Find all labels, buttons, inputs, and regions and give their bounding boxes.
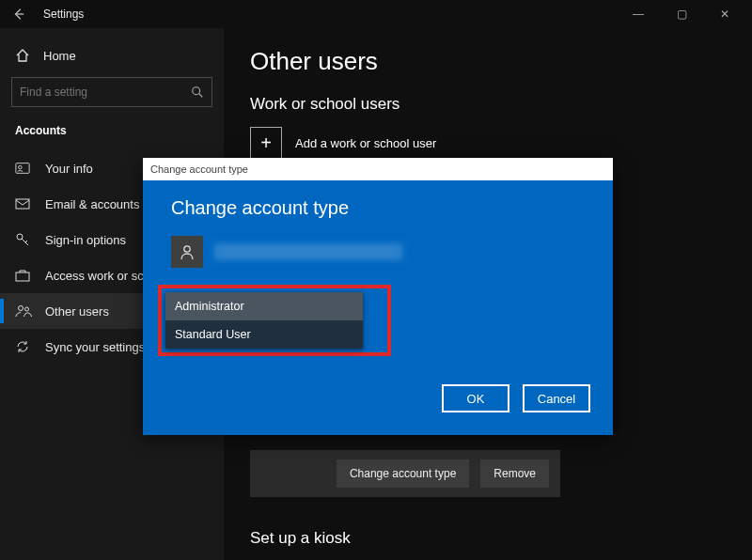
svg-rect-3 — [16, 199, 29, 209]
search-icon — [191, 86, 204, 99]
add-work-school-user[interactable]: + Add a work or school user — [250, 127, 726, 159]
search-input[interactable] — [20, 86, 191, 99]
sync-icon — [15, 339, 32, 354]
dialog-user-row — [171, 236, 585, 268]
close-icon: ✕ — [720, 8, 729, 21]
page-title: Other users — [250, 47, 726, 76]
sidebar-category: Accounts — [0, 118, 224, 150]
svg-point-6 — [19, 306, 24, 311]
ok-button[interactable]: OK — [442, 384, 509, 412]
user-name-redacted — [214, 243, 402, 260]
back-button[interactable] — [6, 8, 32, 21]
svg-point-9 — [184, 246, 190, 252]
svg-point-7 — [25, 307, 29, 311]
dropdown-option-standard-user[interactable]: Standard User — [165, 320, 363, 349]
sidebar-item-label: Sign-in options — [45, 233, 126, 247]
sidebar-item-label: Sync your settings — [45, 340, 145, 354]
maximize-icon: ▢ — [677, 8, 687, 21]
back-arrow-icon — [12, 8, 25, 21]
close-button[interactable]: ✕ — [703, 0, 746, 28]
remove-user-button[interactable]: Remove — [480, 459, 549, 488]
svg-rect-5 — [16, 272, 29, 281]
plus-icon: + — [250, 127, 282, 159]
people-icon — [15, 304, 32, 318]
avatar-icon — [171, 236, 203, 268]
dialog-title: Change account type — [143, 158, 613, 180]
window-title: Settings — [43, 8, 84, 21]
sidebar-item-label: Email & accounts — [45, 197, 139, 211]
settings-window: Settings — ▢ ✕ Home Accounts Your info E… — [0, 0, 752, 560]
dropdown-option-administrator[interactable]: Administrator — [165, 292, 363, 320]
annotation-highlight: Administrator Standard User — [158, 285, 391, 356]
home-button[interactable]: Home — [0, 38, 224, 73]
svg-point-0 — [193, 87, 200, 95]
minimize-icon: — — [633, 8, 644, 21]
change-account-type-dialog: Change account type Change account type … — [143, 158, 613, 435]
mail-icon — [15, 198, 32, 210]
home-label: Home — [43, 49, 76, 63]
sidebar-item-label: Other users — [45, 304, 109, 319]
change-account-type-button[interactable]: Change account type — [337, 459, 469, 488]
kiosk-title: Set up a kiosk — [250, 529, 726, 548]
add-work-school-label: Add a work or school user — [295, 136, 436, 150]
account-type-dropdown[interactable]: Administrator Standard User — [165, 292, 363, 349]
minimize-button[interactable]: — — [617, 0, 660, 28]
maximize-button[interactable]: ▢ — [660, 0, 703, 28]
cancel-button[interactable]: Cancel — [523, 384, 590, 412]
section-title-work-school: Work or school users — [250, 95, 726, 114]
dialog-heading: Change account type — [171, 197, 585, 219]
user-actions-panel: Change account type Remove — [250, 450, 560, 497]
key-icon — [15, 232, 32, 247]
briefcase-icon — [15, 269, 32, 282]
home-icon — [15, 48, 30, 63]
kiosk-section: Set up a kiosk Assigned access Set up th… — [250, 529, 726, 560]
titlebar: Settings — ▢ ✕ — [0, 0, 752, 28]
sidebar-item-label: Your info — [45, 162, 93, 176]
svg-point-2 — [19, 165, 23, 169]
search-box[interactable] — [11, 77, 212, 107]
user-card-icon — [15, 162, 32, 175]
